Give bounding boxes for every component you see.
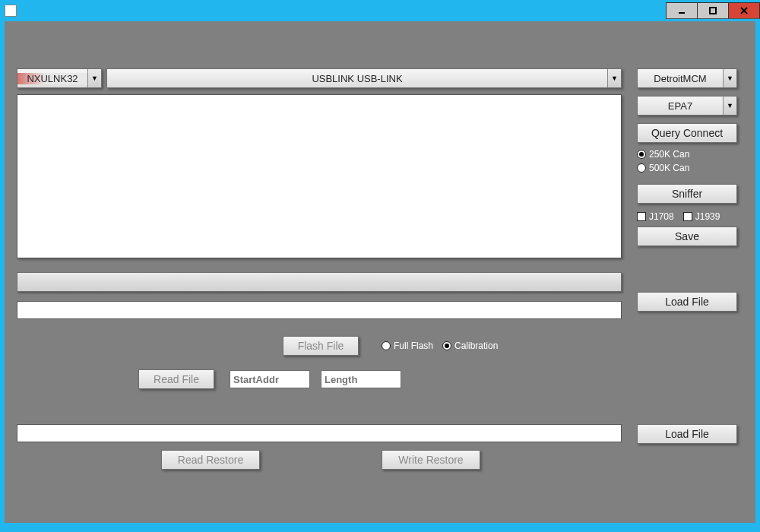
read-restore-button[interactable]: Read Restore: [161, 450, 260, 470]
progress-bar: [17, 272, 622, 292]
titlebar: [0, 0, 760, 21]
load-file-button-2[interactable]: Load File: [637, 424, 737, 444]
full-flash-radio[interactable]: Full Flash: [382, 340, 433, 351]
restore-path-input[interactable]: [17, 424, 622, 442]
save-button[interactable]: Save: [637, 226, 737, 246]
flash-file-button[interactable]: Flash File: [283, 336, 359, 356]
calibration-radio[interactable]: Calibration: [442, 340, 498, 351]
chevron-down-icon: ▼: [607, 69, 621, 87]
minimize-button[interactable]: [666, 2, 698, 19]
device-dropdown-label: USBLINK USB-LINK: [107, 73, 607, 84]
query-connect-button[interactable]: Query Connect: [637, 123, 737, 143]
adapter-dropdown[interactable]: NXULNK32 ▼: [17, 68, 102, 88]
chevron-down-icon: ▼: [723, 97, 736, 115]
read-file-button[interactable]: Read File: [138, 369, 214, 389]
can-250k-radio[interactable]: 250K Can: [637, 149, 734, 160]
chevron-down-icon: ▼: [723, 69, 736, 87]
log-textarea[interactable]: [17, 94, 622, 258]
client-area: NXULNK32 ▼ USBLINK USB-LINK ▼ Flash File…: [5, 21, 755, 523]
write-restore-button[interactable]: Write Restore: [382, 450, 480, 470]
cal-dropdown-label: EPA7: [638, 100, 723, 112]
can-500k-radio[interactable]: 500K Can: [637, 163, 734, 173]
flash-path-input[interactable]: [17, 301, 622, 319]
adapter-dropdown-label: NXULNK32: [17, 73, 87, 84]
ecu-dropdown[interactable]: DetroitMCM ▼: [637, 68, 737, 88]
length-input[interactable]: [321, 370, 401, 388]
load-file-button-1[interactable]: Load File: [637, 292, 737, 312]
chevron-down-icon: ▼: [87, 69, 101, 87]
j1708-checkbox[interactable]: J1708: [637, 211, 674, 222]
j1939-checkbox[interactable]: J1939: [683, 211, 720, 222]
cal-dropdown[interactable]: EPA7 ▼: [637, 96, 737, 116]
start-addr-input[interactable]: [230, 370, 310, 388]
ecu-dropdown-label: DetroitMCM: [638, 73, 723, 84]
device-dropdown[interactable]: USBLINK USB-LINK ▼: [106, 68, 622, 88]
maximize-button[interactable]: [697, 2, 729, 19]
svg-rect-1: [710, 8, 716, 14]
close-button[interactable]: [728, 2, 760, 19]
sniffer-button[interactable]: Sniffer: [637, 184, 737, 204]
app-icon: [5, 5, 17, 17]
